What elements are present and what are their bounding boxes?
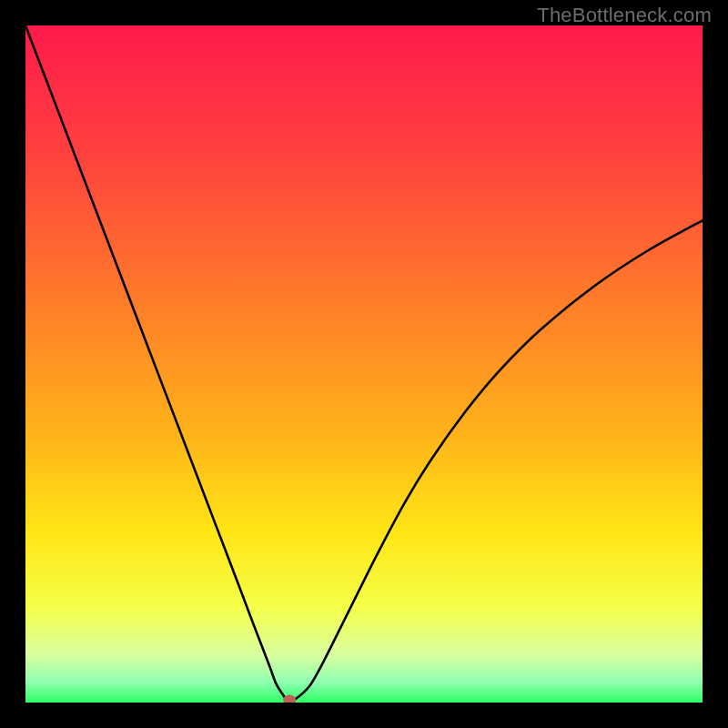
plot-area xyxy=(25,25,703,703)
chart-frame: TheBottleneck.com xyxy=(0,0,728,728)
plot-svg xyxy=(25,25,703,703)
watermark-text: TheBottleneck.com xyxy=(537,4,712,27)
gradient-background xyxy=(25,25,703,703)
